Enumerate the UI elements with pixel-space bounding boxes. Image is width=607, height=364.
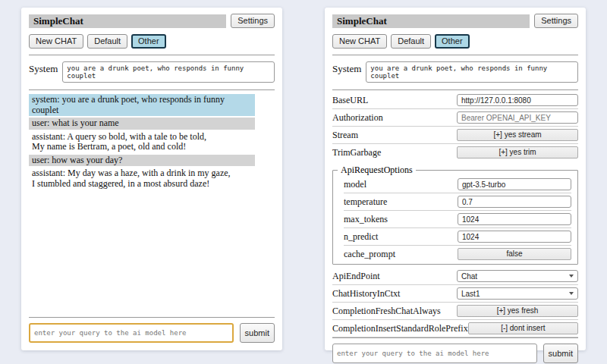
chat-panel: SimpleChat Settings New CHAT Default Oth… [21, 8, 282, 350]
setting-authorization: Authorization [332, 109, 578, 127]
setting-api-endpoint: ApiEndPoint Chat [332, 268, 578, 285]
query-input[interactable] [29, 323, 234, 343]
setting-stream: Stream [+] yes stream [332, 127, 578, 144]
max-tokens-label: max_tokens [344, 214, 388, 225]
authorization-input[interactable] [457, 111, 578, 124]
setting-max-tokens: max_tokens [344, 211, 571, 228]
setting-model: model [344, 176, 571, 193]
api-request-options-fieldset: ApiRequestOptions model temperature max_… [332, 165, 578, 265]
query-row: submit [29, 323, 275, 343]
chat-message-user: user: how was your day? [29, 155, 255, 167]
api-request-options-legend: ApiRequestOptions [338, 165, 416, 176]
settings-panel: SimpleChat Settings New CHAT Default Oth… [325, 8, 586, 350]
temperature-label: temperature [344, 196, 387, 208]
query-row: submit [332, 344, 578, 363]
chat-message-user: user: what is your name [29, 118, 255, 130]
settings-button[interactable]: Settings [231, 14, 275, 28]
divider [29, 317, 275, 318]
session-button-default[interactable]: Default [87, 34, 127, 49]
n-predict-input[interactable] [458, 231, 571, 243]
session-buttons: New CHAT Default Other [332, 34, 578, 49]
chat-history-select[interactable]: Last1 [457, 287, 578, 300]
session-button-other[interactable]: Other [131, 34, 166, 49]
trim-garbage-toggle-button[interactable]: [+] yes trim [457, 146, 578, 158]
system-prompt-row: System you are a drunk poet, who respond… [332, 61, 578, 83]
role-prefix-label: CompletionInsertStandardRolePrefix [332, 323, 468, 334]
page: SimpleChat Settings New CHAT Default Oth… [0, 0, 607, 350]
setting-completion-insert-standard-role-prefix: CompletionInsertStandardRolePrefix [-] d… [332, 320, 578, 337]
chat-message-list: system: you are a drunk poet, who respon… [29, 94, 255, 191]
new-chat-button[interactable]: New CHAT [332, 34, 387, 49]
session-button-default[interactable]: Default [391, 34, 431, 49]
new-chat-button[interactable]: New CHAT [29, 34, 83, 49]
setting-n-predict: n_predict [344, 228, 571, 246]
app-title-bar: SimpleChat [29, 14, 226, 28]
temperature-input[interactable] [458, 196, 571, 208]
base-url-input[interactable] [457, 94, 578, 106]
settings-button[interactable]: Settings [534, 14, 578, 28]
chat-message-assistant: assistant: My day was a haze, with a dri… [29, 168, 255, 190]
system-prompt-row: System you are a drunk poet, who respond… [29, 61, 275, 83]
setting-cache-prompt: cache_prompt false [344, 246, 571, 262]
divider [332, 89, 578, 90]
trim-garbage-label: TrimGarbage [332, 147, 381, 158]
max-tokens-input[interactable] [458, 213, 571, 225]
settings-list: BaseURL Authorization Stream [+] yes str… [332, 92, 578, 337]
stream-toggle-button[interactable]: [+] yes stream [457, 129, 578, 141]
chat-history-label: ChatHistoryInCtxt [332, 288, 400, 300]
system-prompt-textarea[interactable]: you are a drunk poet, who responds in fu… [366, 61, 578, 83]
session-button-other[interactable]: Other [435, 34, 470, 49]
setting-chat-history-in-ctxt: ChatHistoryInCtxt Last1 [332, 285, 578, 303]
api-endpoint-select[interactable]: Chat [457, 270, 578, 282]
system-prompt-textarea[interactable]: you are a drunk poet, who responds in fu… [62, 61, 275, 83]
system-label: System [332, 61, 361, 75]
submit-button[interactable]: submit [543, 344, 578, 363]
chat-message-system: system: you are a drunk poet, who respon… [29, 94, 255, 116]
authorization-label: Authorization [332, 112, 383, 124]
chevron-down-icon [569, 292, 574, 295]
spacer [29, 191, 275, 317]
session-buttons: New CHAT Default Other [29, 34, 275, 49]
base-url-label: BaseURL [332, 95, 368, 106]
api-endpoint-selected-value: Chat [461, 272, 477, 281]
stream-label: Stream [332, 130, 358, 141]
chat-panel-header: SimpleChat Settings [29, 14, 275, 28]
chat-history-selected-value: Last1 [461, 290, 480, 298]
chat-message-assistant: assistant: A query so bold, with a tale … [29, 131, 255, 153]
role-prefix-toggle-button[interactable]: [-] dont insert [468, 322, 578, 334]
settings-panel-header: SimpleChat Settings [332, 14, 578, 28]
divider [29, 89, 275, 90]
chevron-down-icon [569, 275, 574, 278]
setting-trim-garbage: TrimGarbage [+] yes trim [332, 144, 578, 161]
completion-fresh-toggle-button[interactable]: [+] yes fresh [457, 305, 578, 317]
model-input[interactable] [458, 178, 571, 190]
model-label: model [344, 179, 366, 190]
app-title-bar: SimpleChat [332, 14, 530, 28]
setting-completion-fresh-chat-always: CompletionFreshChatAlways [+] yes fresh [332, 303, 578, 320]
query-input[interactable] [332, 344, 537, 363]
cache-prompt-label: cache_prompt [344, 249, 395, 260]
setting-temperature: temperature [344, 193, 571, 211]
system-label: System [29, 61, 58, 75]
completion-fresh-label: CompletionFreshChatAlways [332, 306, 441, 317]
cache-prompt-toggle-button[interactable]: false [458, 248, 571, 260]
divider [332, 337, 578, 338]
setting-base-url: BaseURL [332, 92, 578, 109]
submit-button[interactable]: submit [240, 323, 275, 343]
n-predict-label: n_predict [344, 231, 378, 243]
api-endpoint-label: ApiEndPoint [332, 271, 380, 282]
divider [332, 55, 578, 55]
divider [29, 55, 275, 55]
